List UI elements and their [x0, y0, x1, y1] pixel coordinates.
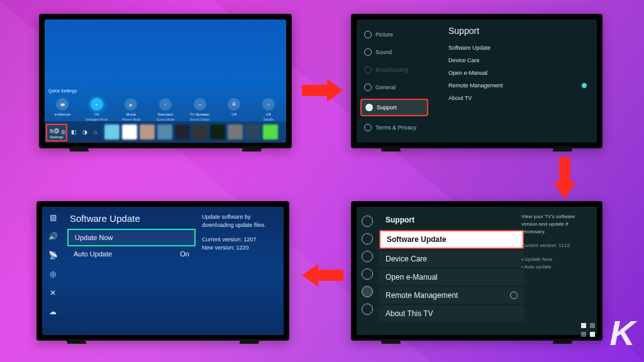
app-tile[interactable]	[140, 124, 155, 140]
app-tile[interactable]	[263, 124, 278, 140]
support-list: Software Update Device Care Open e-Manua…	[448, 45, 587, 101]
brand-logo: K	[610, 312, 633, 353]
home-icon[interactable]: ⌂	[91, 128, 99, 136]
settings-panel: Support Software Update Device Care Open…	[438, 19, 597, 143]
ambient-icon[interactable]: ◑	[80, 128, 89, 136]
ring-icon	[510, 292, 518, 299]
app-tile[interactable]	[210, 124, 225, 140]
broadcasting-icon[interactable]: 📡	[48, 251, 58, 260]
qs-item-intelligent[interactable]: ✦OnIntelligent Mode	[86, 98, 109, 121]
arrow-down-icon	[553, 157, 576, 199]
qs-item-subtitle[interactable]: ㏄OffSubtitle	[257, 98, 280, 121]
support-software-update[interactable]: Software Update	[448, 45, 587, 51]
side-description: Update software by downloading update fi…	[202, 213, 279, 229]
support-side-info: View your TV's software version and upda…	[521, 213, 591, 271]
support-main: Support Software Update Device Care Open…	[379, 212, 524, 322]
sidebar-item-sound[interactable]: Sound	[360, 46, 428, 58]
left-icon-rail: ▧ 🔊 📡 ◎ ✕ ☁	[42, 207, 64, 335]
tv-step2-settings-menu: Picture Sound Broadcasting General Suppo…	[351, 14, 602, 148]
row-open-emanual[interactable]: Open e-Manual	[379, 269, 524, 285]
arrow-left-icon	[302, 264, 343, 287]
broadcasting-icon[interactable]	[362, 251, 373, 262]
qs-item-game[interactable]: ⦿Off	[223, 98, 246, 118]
row-remote-management[interactable]: Remote Management	[379, 287, 524, 304]
terms-icon	[364, 124, 372, 131]
quick-settings-row: 📖e-Manual ✦OnIntelligent Mode ▶MoviePict…	[51, 98, 280, 124]
home-bar: 🔍 ⊞ ◧ ◑ ⌂	[45, 121, 286, 143]
row-about-this-tv[interactable]: About This TV	[379, 305, 524, 322]
picture-icon: ▶	[125, 98, 137, 111]
settings-tile-highlighted[interactable]: ⚙ Settings	[46, 124, 67, 141]
sound-icon[interactable]: 🔊	[48, 232, 58, 241]
emanual-icon: 📖	[56, 98, 69, 111]
sidebar-item-general[interactable]: General	[360, 81, 428, 94]
tv1-screen: Quick Settings 📖e-Manual ✦OnIntelligent …	[45, 19, 286, 143]
subtitle-icon: ㏄	[262, 98, 275, 111]
support-about-tv[interactable]: About TV	[448, 95, 587, 101]
intelligent-icon: ✦	[91, 98, 103, 111]
app-tile[interactable]	[175, 124, 190, 140]
picture-icon[interactable]: ▧	[50, 213, 57, 222]
support-open-emanual[interactable]: Open e-Manual	[448, 70, 587, 76]
sound-icon: ♪	[159, 98, 172, 111]
tv-step4-software-update: ▧ 🔊 📡 ◎ ✕ ☁ Software Update Update Now A…	[36, 201, 289, 341]
tv-step3-support-list: Support Software Update Device Care Open…	[351, 201, 602, 341]
tv-step1-home: Quick Settings 📖e-Manual ✦OnIntelligent …	[39, 14, 292, 148]
sound-icon[interactable]	[362, 233, 373, 244]
tv2-screen: Picture Sound Broadcasting General Suppo…	[357, 19, 597, 143]
support-icon[interactable]	[362, 286, 373, 297]
support-icon	[365, 104, 373, 111]
picture-icon[interactable]	[362, 216, 373, 227]
row-software-update-highlighted[interactable]: Software Update	[379, 230, 524, 249]
gear-icon: ⚙	[53, 127, 60, 135]
qs-item-emanual[interactable]: 📖e-Manual	[51, 98, 74, 118]
app-tile[interactable]	[228, 124, 243, 140]
row-update-now-highlighted[interactable]: Update Now	[67, 229, 196, 246]
quick-settings-label: Quick Settings	[48, 89, 77, 93]
broadcasting-icon	[364, 66, 372, 74]
qs-item-output[interactable]: ▭TV SpeakerSound Output	[188, 98, 211, 121]
page-title: Software Update	[70, 213, 196, 224]
general-icon[interactable]: ◎	[50, 270, 56, 278]
support-remote-management[interactable]: Remote Management	[448, 82, 587, 89]
game-icon: ⦿	[228, 98, 240, 111]
apps-icon[interactable]: ◧	[70, 128, 78, 136]
picture-icon	[364, 31, 372, 38]
current-version: Current version: 1207	[202, 236, 279, 244]
app-tile[interactable]	[157, 124, 172, 140]
panel-title: Support	[448, 26, 587, 36]
app-tile[interactable]	[104, 124, 119, 140]
qs-item-picture[interactable]: ▶MoviePicture Mode	[119, 98, 143, 121]
software-update-side: Update software by downloading update fi…	[202, 213, 279, 252]
left-icon-rail	[357, 207, 378, 335]
tools-icon[interactable]: ✕	[50, 288, 56, 297]
side-current: Current version: 1113	[521, 242, 591, 250]
side-bullet-2: • Auto update	[521, 263, 591, 271]
support-device-care[interactable]: Device Care	[448, 57, 587, 63]
sidebar-item-picture[interactable]: Picture	[360, 28, 428, 41]
toggle-on-icon	[582, 83, 587, 88]
logo-dots	[581, 323, 595, 337]
sound-icon	[364, 48, 372, 56]
app-tile[interactable]	[245, 124, 260, 140]
general-icon[interactable]	[362, 268, 373, 280]
terms-icon[interactable]	[362, 304, 373, 315]
support-icon[interactable]: ☁	[49, 307, 57, 316]
app-tile[interactable]	[192, 124, 208, 140]
output-icon: ▭	[194, 98, 206, 111]
side-bullet-1: • Update Now	[521, 256, 591, 263]
row-auto-update[interactable]: Auto UpdateOn	[67, 246, 196, 261]
tv4-screen: ▧ 🔊 📡 ◎ ✕ ☁ Software Update Update Now A…	[42, 207, 284, 335]
app-tile[interactable]	[122, 124, 137, 140]
qs-item-sound[interactable]: ♪StandardSound Mode	[154, 98, 177, 121]
tv3-screen: Support Software Update Device Care Open…	[357, 207, 597, 335]
side-description: View your TV's software version and upda…	[521, 213, 591, 236]
new-version: New version: 1220	[202, 244, 279, 252]
sidebar-item-broadcasting[interactable]: Broadcasting	[360, 63, 428, 76]
sidebar-item-support-highlighted[interactable]: Support	[360, 99, 428, 116]
support-header: Support	[379, 212, 524, 228]
settings-categories: Picture Sound Broadcasting General Suppo…	[357, 19, 432, 143]
app-tiles	[104, 124, 278, 140]
sidebar-item-terms[interactable]: Terms & Privacy	[360, 121, 428, 134]
row-device-care[interactable]: Device Care	[379, 251, 524, 267]
